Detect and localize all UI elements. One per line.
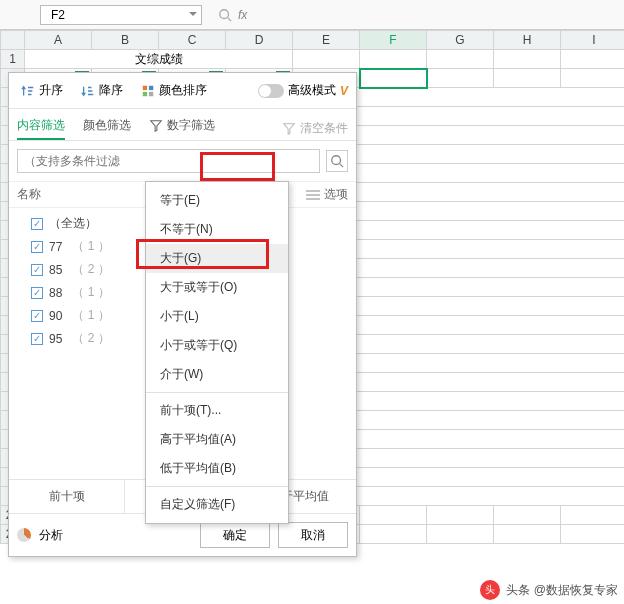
svg-rect-5 bbox=[149, 91, 153, 95]
menu-item-ge[interactable]: 大于或等于(O) bbox=[146, 273, 288, 302]
menu-item-lt[interactable]: 小于(L) bbox=[146, 302, 288, 331]
menu-item-gt[interactable]: 大于(G) bbox=[146, 244, 288, 273]
sort-asc-label: 升序 bbox=[39, 82, 63, 99]
clear-filter-button[interactable]: 清空条件 bbox=[282, 117, 348, 140]
item-label: （全选） bbox=[49, 215, 97, 232]
palette-icon bbox=[141, 84, 155, 98]
svg-rect-2 bbox=[143, 85, 147, 89]
quick-top10[interactable]: 前十项 bbox=[9, 480, 124, 513]
merged-title-cell[interactable]: 文综成绩 bbox=[25, 50, 293, 69]
pie-icon bbox=[17, 528, 31, 542]
item-label: 95 bbox=[49, 332, 62, 346]
sort-desc-icon bbox=[81, 84, 95, 98]
col-header[interactable]: H bbox=[494, 31, 561, 50]
watermark-text: 头条 @数据恢复专家 bbox=[506, 582, 618, 599]
list-options-button[interactable]: 选项 bbox=[306, 186, 348, 203]
item-count: （ 2 ） bbox=[72, 330, 109, 347]
advanced-toggle[interactable]: 高级模式 V bbox=[258, 82, 348, 99]
item-count: （ 1 ） bbox=[72, 238, 109, 255]
sort-color-label: 颜色排序 bbox=[159, 82, 207, 99]
checkbox-icon[interactable]: ✓ bbox=[31, 333, 43, 345]
menu-item-between[interactable]: 介于(W) bbox=[146, 360, 288, 389]
advanced-label: 高级模式 bbox=[288, 82, 336, 99]
checkbox-icon[interactable]: ✓ bbox=[31, 287, 43, 299]
fx-area: fx bbox=[218, 8, 247, 22]
options-label: 选项 bbox=[324, 186, 348, 203]
item-label: 88 bbox=[49, 286, 62, 300]
select-all-corner[interactable] bbox=[1, 31, 25, 50]
row-header[interactable]: 1 bbox=[1, 50, 25, 69]
magnifier-icon bbox=[330, 154, 344, 168]
formula-bar: F2 fx bbox=[0, 0, 624, 30]
item-count: （ 2 ） bbox=[72, 261, 109, 278]
sort-asc-button[interactable]: 升序 bbox=[17, 80, 67, 101]
filter-search-input[interactable] bbox=[17, 149, 320, 173]
cancel-button[interactable]: 取消 bbox=[278, 522, 348, 548]
analysis-button[interactable]: 分析 bbox=[39, 527, 63, 544]
search-icon[interactable] bbox=[218, 8, 232, 22]
menu-item-eq[interactable]: 等于(E) bbox=[146, 186, 288, 215]
menu-item-le[interactable]: 小于或等于(Q) bbox=[146, 331, 288, 360]
switch-icon bbox=[258, 84, 284, 98]
col-header[interactable]: C bbox=[159, 31, 226, 50]
svg-rect-3 bbox=[149, 85, 153, 89]
menu-item-custom[interactable]: 自定义筛选(F) bbox=[146, 490, 288, 519]
checkbox-icon[interactable]: ✓ bbox=[31, 218, 43, 230]
menu-item-top10[interactable]: 前十项(T)... bbox=[146, 396, 288, 425]
item-count: （ 1 ） bbox=[72, 284, 109, 301]
checkbox-icon[interactable]: ✓ bbox=[31, 241, 43, 253]
fx-label[interactable]: fx bbox=[238, 8, 247, 22]
name-box[interactable]: F2 bbox=[40, 5, 202, 25]
filter-tabs: 内容筛选 颜色筛选 数字筛选 清空条件 bbox=[9, 109, 356, 141]
clear-icon bbox=[282, 122, 296, 136]
sort-color-button[interactable]: 颜色排序 bbox=[137, 80, 211, 101]
col-header[interactable]: D bbox=[226, 31, 293, 50]
svg-rect-4 bbox=[143, 91, 147, 95]
tab-content-filter[interactable]: 内容筛选 bbox=[17, 117, 65, 140]
tab-number-label: 数字筛选 bbox=[167, 117, 215, 134]
ok-button[interactable]: 确定 bbox=[200, 522, 270, 548]
col-header[interactable]: E bbox=[293, 31, 360, 50]
active-cell[interactable] bbox=[360, 69, 427, 88]
vip-icon: V bbox=[340, 84, 348, 98]
col-header[interactable]: G bbox=[427, 31, 494, 50]
tab-number-filter[interactable]: 数字筛选 bbox=[149, 117, 215, 140]
svg-line-7 bbox=[340, 164, 344, 168]
sort-asc-icon bbox=[21, 84, 35, 98]
item-label: 85 bbox=[49, 263, 62, 277]
search-button[interactable] bbox=[326, 150, 348, 172]
logo-icon: 头 bbox=[480, 580, 500, 600]
sort-bar: 升序 降序 颜色排序 高级模式 V bbox=[9, 73, 356, 109]
item-label: 90 bbox=[49, 309, 62, 323]
hamburger-icon bbox=[306, 190, 320, 200]
item-label: 77 bbox=[49, 240, 62, 254]
item-count: （ 1 ） bbox=[72, 307, 109, 324]
menu-item-above[interactable]: 高于平均值(A) bbox=[146, 425, 288, 454]
menu-item-ne[interactable]: 不等于(N) bbox=[146, 215, 288, 244]
funnel-icon bbox=[149, 119, 163, 133]
list-name-label: 名称 bbox=[17, 186, 41, 203]
svg-point-6 bbox=[332, 156, 341, 165]
watermark: 头 头条 @数据恢复专家 bbox=[480, 580, 618, 600]
sort-desc-label: 降序 bbox=[99, 82, 123, 99]
svg-point-0 bbox=[220, 9, 229, 18]
filter-panel: 升序 降序 颜色排序 高级模式 V 内容筛选 颜色筛选 数字筛选 清空条件 bbox=[8, 72, 357, 557]
number-filter-submenu: 等于(E) 不等于(N) 大于(G) 大于或等于(O) 小于(L) 小于或等于(… bbox=[145, 181, 289, 524]
checkbox-icon[interactable]: ✓ bbox=[31, 310, 43, 322]
col-header[interactable]: A bbox=[25, 31, 92, 50]
checkbox-icon[interactable]: ✓ bbox=[31, 264, 43, 276]
clear-label: 清空条件 bbox=[300, 120, 348, 137]
menu-item-below[interactable]: 低于平均值(B) bbox=[146, 454, 288, 483]
col-header[interactable]: B bbox=[92, 31, 159, 50]
tab-color-filter[interactable]: 颜色筛选 bbox=[83, 117, 131, 140]
svg-line-1 bbox=[228, 17, 232, 21]
col-header[interactable]: I bbox=[561, 31, 625, 50]
sort-desc-button[interactable]: 降序 bbox=[77, 80, 127, 101]
col-header-active[interactable]: F bbox=[360, 31, 427, 50]
